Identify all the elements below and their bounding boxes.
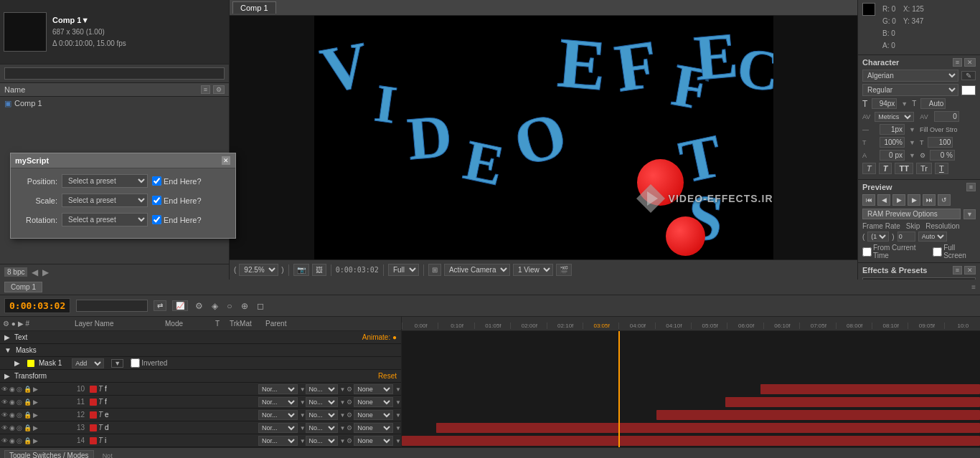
effects-panel-close[interactable]: ✕ [964, 266, 976, 275]
layer10-trkmat-arrow[interactable]: ▼ [339, 386, 345, 393]
layer13-solo[interactable]: ◎ [17, 424, 22, 431]
tracking-input[interactable] [920, 98, 946, 109]
text-group-arrow[interactable]: ▶ [4, 333, 10, 341]
vert-scale-input[interactable] [880, 137, 905, 148]
rotation-end-here-checkbox[interactable] [152, 215, 161, 224]
layer10-mode-arrow[interactable]: ▼ [300, 386, 306, 393]
arrow-left-btn[interactable]: ◀ [32, 267, 38, 277]
style-select[interactable]: Regular [862, 84, 958, 96]
goto-start-btn[interactable]: ⏮ [862, 194, 875, 206]
underline-btn[interactable]: T [935, 163, 948, 174]
tl-graph-btn[interactable]: 📈 [172, 300, 188, 311]
text-color-swatch[interactable] [961, 85, 976, 95]
layer13-parent-arrow[interactable]: ▼ [395, 425, 401, 431]
layer14-parent-select[interactable]: None [354, 436, 393, 446]
layer14-audio[interactable]: ◉ [9, 437, 15, 444]
stroke-width-input[interactable] [880, 124, 905, 135]
layer13-trkmat-arrow[interactable]: ▼ [339, 425, 345, 431]
panel-menu-btn[interactable]: ≡ [201, 85, 210, 94]
subscript-btn[interactable]: Tr [916, 163, 932, 174]
prev-frame-btn[interactable]: ◀ [877, 194, 890, 206]
layer11-lock[interactable]: 🔒 [24, 399, 32, 406]
timeline-timecode[interactable]: 0:00:03:02 [4, 298, 70, 313]
layer13-mode-select[interactable]: Nor... [258, 423, 298, 433]
comp1-tab[interactable]: Comp 1 [232, 1, 276, 14]
char-panel-close[interactable]: ✕ [964, 58, 976, 67]
layer10-trkmat-select[interactable]: No... [306, 384, 338, 394]
play-btn[interactable]: ▶ [892, 194, 905, 206]
tl-icon2[interactable]: ◈ [210, 301, 220, 311]
layer12-parent-select[interactable]: None [354, 410, 393, 420]
skip-input[interactable] [897, 232, 915, 242]
timeline-comp-tab[interactable]: Comp 1 [4, 282, 42, 292]
bold-btn[interactable]: TT [895, 163, 913, 174]
snapshot-btn[interactable]: 📷 [293, 264, 309, 276]
tsub-val-input[interactable] [930, 150, 955, 161]
preview-panel-menu[interactable]: ≡ [966, 183, 976, 191]
arrow-right-btn[interactable]: ▶ [42, 267, 49, 277]
position-end-here-checkbox[interactable] [152, 176, 161, 186]
layer14-mode-arrow[interactable]: ▼ [300, 438, 306, 444]
mask1-arrow[interactable]: ▶ [14, 359, 20, 367]
layer11-trkmat-select[interactable]: No... [306, 397, 338, 407]
metrics-select[interactable]: Metrics [875, 112, 914, 122]
layer10-parent-arrow[interactable]: ▼ [395, 386, 401, 393]
reset-btn[interactable]: Reset [378, 372, 397, 380]
effects-panel-menu[interactable]: ≡ [953, 266, 962, 275]
char-panel-menu[interactable]: ≡ [953, 58, 962, 67]
scale-end-here-checkbox[interactable] [152, 196, 161, 205]
transform-arrow[interactable]: ▶ [4, 372, 10, 380]
res-select[interactable]: Auto [918, 232, 947, 242]
layer12-lock[interactable]: 🔒 [24, 411, 32, 419]
loop-btn[interactable]: ↺ [938, 194, 951, 206]
inverted-checkbox[interactable] [131, 358, 140, 368]
italic-btn[interactable]: T [862, 163, 876, 174]
ram-preview-button[interactable]: RAM Preview Options [862, 209, 961, 219]
render-btn[interactable]: 🎬 [556, 264, 572, 276]
project-search-input[interactable] [4, 67, 225, 80]
layer14-parent-arrow[interactable]: ▼ [395, 438, 401, 444]
view-select[interactable]: 1 View [513, 264, 553, 276]
list-item-comp1[interactable]: ▣ Comp 1 [0, 97, 229, 110]
layer14-arrow[interactable]: ▶ [33, 437, 38, 444]
layer14-solo[interactable]: ◎ [17, 437, 22, 444]
kerning-input[interactable] [934, 111, 959, 122]
layer13-parent-select[interactable]: None [354, 423, 393, 433]
toggle-switches-btn[interactable]: Toggle Switches / Modes [4, 450, 94, 458]
from-current-time-checkbox[interactable] [862, 247, 872, 257]
frame-rate-select[interactable]: (15) [867, 232, 889, 242]
layer12-parent-arrow[interactable]: ▼ [395, 412, 401, 419]
zoom-select[interactable]: 92.5% [239, 264, 278, 276]
layer13-audio[interactable]: ◉ [9, 424, 15, 431]
position-preset-select[interactable]: Select a preset [62, 174, 148, 188]
layer11-mode-arrow[interactable]: ▼ [300, 399, 306, 406]
layer10-mode-select[interactable]: Nor... [258, 384, 298, 394]
layer12-solo[interactable]: ◎ [17, 411, 22, 419]
layer13-arrow[interactable]: ▶ [33, 424, 38, 431]
timeline-ruler[interactable]: 0:00f 0:10f 01:05f 02:00f 02:10f 03:05f … [402, 317, 980, 331]
layer10-parent-select[interactable]: None [354, 384, 393, 394]
bold-italic-btn[interactable]: T [879, 163, 892, 174]
layer12-mode-arrow[interactable]: ▼ [300, 412, 306, 419]
eyedropper-btn[interactable]: ✎ [961, 71, 976, 80]
layer11-trkmat-arrow[interactable]: ▼ [339, 399, 345, 406]
tl-icon3[interactable]: ○ [225, 301, 233, 311]
tl-stagger-btn[interactable]: ⇄ [154, 300, 166, 311]
layer11-audio[interactable]: ◉ [9, 399, 15, 406]
layer10-eye[interactable]: 👁 [1, 386, 8, 393]
layer13-eye[interactable]: 👁 [1, 424, 8, 431]
horiz-scale-input[interactable] [928, 137, 953, 148]
layer13-lock[interactable]: 🔒 [24, 424, 32, 431]
bpc-button[interactable]: 8 bpc [4, 267, 27, 277]
layer13-mode-arrow[interactable]: ▼ [300, 425, 306, 431]
mask1-dropdown-btn[interactable]: ▼ [111, 359, 123, 368]
font-select[interactable]: Algerian [862, 70, 958, 82]
layer11-parent-arrow[interactable]: ▼ [395, 399, 401, 406]
layer10-arrow[interactable]: ▶ [33, 386, 38, 393]
layer12-eye[interactable]: 👁 [1, 411, 8, 419]
layer11-solo[interactable]: ◎ [17, 399, 22, 406]
layer14-trkmat-select[interactable]: No... [306, 436, 338, 446]
camera-select[interactable]: Active Camera [444, 264, 510, 276]
next-frame-btn[interactable]: ▶ [908, 194, 920, 206]
layer12-audio[interactable]: ◉ [9, 411, 15, 419]
